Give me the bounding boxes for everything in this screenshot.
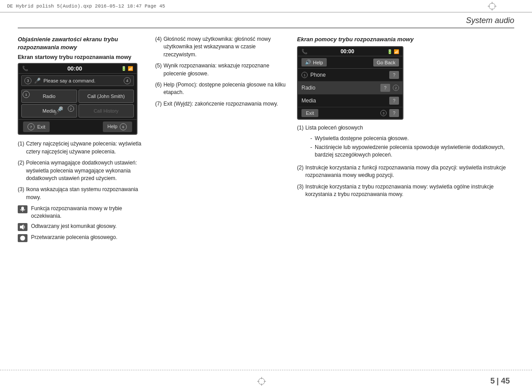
- page-sub: 45: [501, 376, 510, 385]
- signal-icon: 📶: [128, 66, 133, 71]
- list-text-2: Polecenia wymagające dodatkowych ustawie…: [26, 159, 146, 182]
- mid-list: (4) Głośność mowy użytkownika: głośność …: [155, 35, 288, 108]
- mid-item-7: (7) Exit (Wyjdź): zakończenie rozpoznawa…: [155, 100, 288, 108]
- csr-media-label: Media: [301, 98, 316, 104]
- call-history-label: Call History: [94, 108, 118, 114]
- svg-point-9: [258, 378, 265, 384]
- mid-text-4: Głośność mowy użytkownika: głośność mowy…: [164, 35, 288, 59]
- screen-time: 00:00: [67, 65, 82, 72]
- csr-radio-icon: ?: [380, 84, 390, 92]
- csr-radio-label: Radio: [301, 85, 315, 91]
- csr-signal-icon: 📶: [394, 49, 399, 54]
- csr-row-radio-left: Radio: [301, 85, 315, 91]
- phone-icon: 📞: [22, 66, 28, 71]
- exit-button[interactable]: 7 Exit: [23, 122, 50, 132]
- mid-num-7: (7): [155, 100, 162, 108]
- csr-row-media: Media ?: [298, 94, 403, 107]
- right-num-3: (3): [297, 183, 304, 199]
- screen-left-icons: 📞: [22, 66, 28, 71]
- dash-1b: Naciśnięcie lub wypowiedzenie polecenia …: [306, 144, 514, 159]
- csr-left-icons: 📞: [301, 49, 308, 55]
- csr-time: 00:00: [340, 48, 354, 55]
- csr-top-bar: 🔊 Help Go Back: [298, 56, 403, 69]
- speaker-icon: [18, 223, 27, 231]
- csr-row-phone: 1 Phone ?: [298, 69, 403, 82]
- svg-marker-7: [20, 224, 23, 230]
- icon-row-process: Przetwarzanie polecenia głosowego.: [18, 234, 146, 242]
- prompt-left: 3 🎤 Please say a command.: [24, 77, 95, 84]
- prompt-num-4: 4: [124, 77, 131, 84]
- csr-goback-button[interactable]: Go Back: [373, 59, 399, 67]
- right-text-1: Lista poleceń głosowych: [305, 124, 363, 132]
- annotation-1: 1: [23, 91, 30, 98]
- csr-row-radio: Radio ? 2: [298, 82, 403, 94]
- csr-help-button[interactable]: 🔊 Help: [301, 58, 327, 67]
- svg-rect-5: [21, 207, 24, 210]
- svg-point-0: [489, 3, 495, 9]
- help-label: Help: [107, 124, 117, 129]
- call-button[interactable]: Call (John Smith): [78, 90, 134, 103]
- csr-right-icons: 🔋 📶: [387, 49, 399, 54]
- car-screen-header: 📞 00:00 🔋 📶: [19, 64, 137, 74]
- icon-text-process: Przetwarzanie polecenia głosowego.: [31, 234, 117, 241]
- mic-center-icon: 🎤: [54, 106, 63, 116]
- icon-row-mic-wait: Funkcja rozpoznawania mowy w trybie ocze…: [18, 205, 146, 220]
- car-screen-prompt: 3 🎤 Please say a command. 4: [21, 75, 134, 86]
- car-screen-buttons: Radio 1 Call (John Smith) Media 🎤 2 Call…: [19, 88, 137, 119]
- screen-right-icons: 🔋 📶: [121, 66, 133, 71]
- main-content: Objaśnienie zawartości ekranu trybu rozp…: [18, 31, 514, 370]
- csr-row-media-left: Media: [301, 98, 316, 104]
- right-num-1: (1): [297, 124, 304, 132]
- csr-speaker-icon: 🔊: [305, 59, 311, 65]
- header-meta: DE Hybrid polish 5(Audio).qxp 2016-05-12…: [7, 4, 165, 9]
- mid-num-5: (5): [155, 62, 162, 78]
- battery-icon: 🔋: [121, 66, 126, 71]
- annotation-7: 7: [27, 123, 35, 130]
- mic-wait-icon: [18, 205, 27, 213]
- right-text-3: Instrukcje korzystania z trybu rozpoznaw…: [305, 183, 514, 199]
- mid-text-5: Wynik rozpoznawania: wskazuje rozpoznane…: [164, 62, 288, 78]
- csr-help-label: Help: [313, 60, 323, 65]
- prompt-text: Please say a command.: [43, 78, 95, 83]
- csr-row-radio-right: ? 2: [380, 84, 399, 92]
- page-main: 5: [490, 376, 495, 385]
- csr-header: 📞 00:00 🔋 📶: [298, 47, 403, 56]
- crosshair-icon: [488, 2, 497, 11]
- right-text-2: Instrukcje korzystania z funkcji rozpozn…: [305, 164, 514, 180]
- right-item-2: (2) Instrukcje korzystania z funkcji roz…: [297, 164, 514, 180]
- media-button[interactable]: Media 🎤 2: [21, 104, 77, 118]
- annotation-2-right: 2: [393, 85, 399, 91]
- right-list: (1) Lista poleceń głosowych Wyświetla do…: [297, 124, 514, 198]
- left-sub-heading: Ekran startowy trybu rozpoznawania mowy: [18, 54, 146, 60]
- right-item-1: (1) Lista poleceń głosowych Wyświetla do…: [297, 124, 514, 161]
- help-button[interactable]: Help 6: [103, 122, 132, 132]
- call-history-button[interactable]: Call History: [78, 104, 134, 118]
- page-title: System audio: [466, 16, 514, 25]
- right-column: Ekran pomocy trybu rozpoznawania mowy 📞 …: [297, 35, 514, 202]
- csr-phone-label: Phone: [310, 72, 326, 78]
- mid-item-5: (5) Wynik rozpoznawania: wskazuje rozpoz…: [155, 62, 288, 78]
- exit-label: Exit: [37, 124, 45, 129]
- right-item-3: (3) Instrukcje korzystania z trybu rozpo…: [297, 183, 514, 199]
- csr-exit-row: Exit 3 ?: [298, 107, 403, 119]
- annotation-2: 2: [68, 106, 74, 112]
- annotation-1-right: 1: [301, 72, 308, 78]
- mid-num-6: (6): [155, 81, 162, 97]
- right-num-2: (2): [297, 164, 304, 180]
- csr-phone-icon-right: ?: [389, 71, 399, 79]
- left-list: (1) Cztery najczęściej używane polecenia…: [18, 140, 146, 201]
- radio-button[interactable]: Radio 1: [21, 90, 77, 103]
- dash-text-1a: Wyświetla dostępne polecenia głosowe.: [315, 135, 409, 142]
- bottom-footer: 5 | 45: [0, 370, 532, 392]
- list-item-3: (3) Ikona wskazująca stan systemu rozpoz…: [18, 186, 146, 201]
- car-screen-bottom: 7 Exit Help 6: [19, 119, 137, 134]
- dash-1a: Wyświetla dostępne polecenia głosowe.: [306, 135, 514, 142]
- list-item-2: (2) Polecenia wymagające dodatkowych ust…: [18, 159, 146, 182]
- left-section-heading: Objaśnienie zawartości ekranu trybu rozp…: [18, 35, 146, 51]
- prompt-num-3: 3: [24, 77, 31, 84]
- mid-text-7: Exit (Wyjdź): zakończenie rozpoznawania …: [164, 100, 278, 108]
- call-label: Call (John Smith): [87, 94, 125, 99]
- dash-text-1b: Naciśnięcie lub wypowiedzenie polecenia …: [315, 144, 514, 159]
- csr-exit-button[interactable]: Exit: [301, 109, 318, 117]
- mid-item-4: (4) Głośność mowy użytkownika: głośność …: [155, 35, 288, 59]
